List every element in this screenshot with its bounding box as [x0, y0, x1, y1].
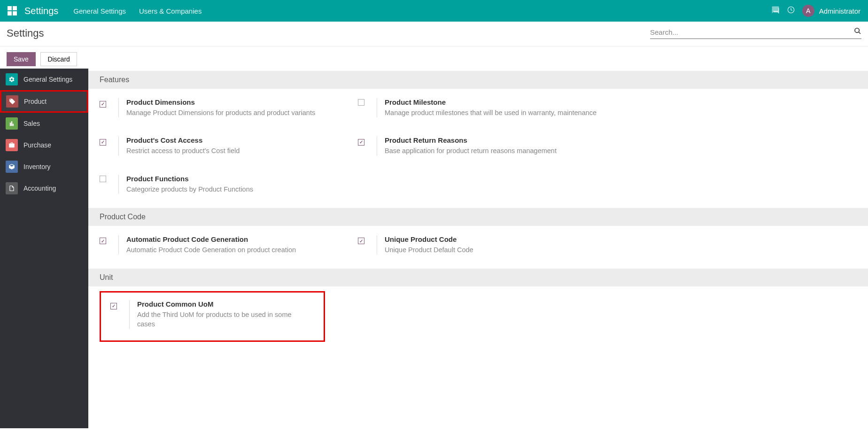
setting-title: Product Dimensions [126, 98, 349, 106]
sub-header: Settings [0, 22, 868, 46]
checkbox[interactable] [358, 139, 364, 146]
setting-unique-code: Unique Product Code Unique Product Defau… [358, 235, 616, 255]
sidebar-item-label: Product [24, 98, 46, 105]
setting-product-milestone: Product Milestone Manage product milesto… [358, 98, 616, 117]
avatar[interactable]: A [802, 5, 814, 17]
setting-product-dimensions: Product Dimensions Manage Product Dimens… [100, 98, 358, 117]
setting-auto-code: Automatic Product Code Generation Automa… [100, 235, 358, 255]
svg-line-2 [859, 32, 860, 34]
setting-product-functions: Product Functions Categorize products by… [100, 175, 358, 194]
sidebar-item-label: Accounting [23, 185, 56, 192]
sidebar-item-product[interactable]: Product [0, 90, 88, 113]
setting-title: Product Milestone [385, 98, 607, 106]
setting-common-uom: Product Common UoM Add the Third UoM for… [100, 291, 325, 342]
setting-desc: Add the Third UoM for products to be use… [137, 310, 305, 329]
apps-icon[interactable] [8, 6, 17, 15]
setting-desc: Restrict access to product's Cost field [126, 146, 349, 155]
nav-users-companies[interactable]: Users & Companies [139, 7, 202, 15]
page-title: Settings [7, 27, 44, 39]
sidebar-item-accounting[interactable]: Accounting [0, 177, 88, 199]
content: Features Product Dimensions Manage Produ… [88, 71, 868, 431]
clock-icon[interactable] [787, 6, 795, 15]
sidebar-item-general-settings[interactable]: General Settings [0, 69, 88, 90]
setting-title: Product's Cost Access [126, 136, 349, 144]
discard-button[interactable]: Discard [40, 52, 77, 66]
gear-icon [6, 73, 18, 85]
app-title: Settings [24, 6, 58, 16]
checkbox[interactable] [358, 99, 364, 106]
section-header-unit: Unit [88, 269, 868, 286]
svg-point-1 [855, 28, 859, 32]
box-icon [6, 161, 18, 173]
main: General Settings Product Sales Purchase … [0, 71, 868, 431]
product-code-grid: Automatic Product Code Generation Automa… [88, 226, 868, 269]
sidebar-item-label: Purchase [23, 141, 51, 149]
setting-desc: Manage Product Dimensions for products a… [126, 108, 349, 117]
sidebar-item-inventory[interactable]: Inventory [0, 156, 88, 177]
setting-desc: Manage product milestones that will be u… [385, 108, 607, 117]
setting-title: Product Functions [126, 175, 349, 183]
tag-icon [6, 95, 18, 108]
checkbox[interactable] [100, 101, 106, 108]
sidebar-item-purchase[interactable]: Purchase [0, 134, 88, 156]
sidebar-item-label: Inventory [23, 163, 51, 170]
search-input[interactable] [650, 28, 854, 36]
checkbox[interactable] [358, 238, 364, 244]
setting-desc: Categorize products by Product Functions [126, 185, 349, 194]
checkbox[interactable] [100, 176, 106, 182]
search-wrap [650, 27, 861, 39]
top-header: Settings General Settings Users & Compan… [0, 0, 868, 22]
chat-icon[interactable] [771, 6, 780, 16]
setting-desc: Unique Product Default Code [385, 245, 607, 255]
sidebar-item-sales[interactable]: Sales [0, 113, 88, 134]
setting-title: Unique Product Code [385, 235, 607, 243]
setting-title: Automatic Product Code Generation [126, 235, 349, 243]
checkbox[interactable] [110, 303, 117, 309]
sidebar-item-label: Sales [23, 120, 40, 127]
setting-return-reasons: Product Return Reasons Base application … [358, 136, 616, 155]
sidebar: General Settings Product Sales Purchase … [0, 69, 88, 428]
section-header-product-code: Product Code [88, 208, 868, 226]
setting-cost-access: Product's Cost Access Restrict access to… [100, 136, 358, 155]
username[interactable]: Administrator [819, 7, 860, 15]
chart-icon [6, 117, 18, 130]
checkbox[interactable] [100, 238, 106, 244]
features-grid: Product Dimensions Manage Product Dimens… [88, 89, 868, 208]
sidebar-item-label: General Settings [23, 76, 72, 83]
nav-general-settings[interactable]: General Settings [73, 7, 126, 15]
document-icon [6, 182, 18, 194]
setting-desc: Base application for product return reas… [385, 146, 607, 155]
section-header-features: Features [88, 71, 868, 89]
setting-title: Product Common UoM [137, 300, 305, 308]
setting-title: Product Return Reasons [385, 136, 607, 144]
briefcase-icon [6, 139, 18, 151]
checkbox[interactable] [100, 139, 106, 146]
save-button[interactable]: Save [7, 52, 36, 66]
search-icon[interactable] [854, 27, 861, 37]
buttons-row: Save Discard [0, 46, 868, 71]
setting-desc: Automatic Product Code Generation on pro… [126, 245, 349, 255]
